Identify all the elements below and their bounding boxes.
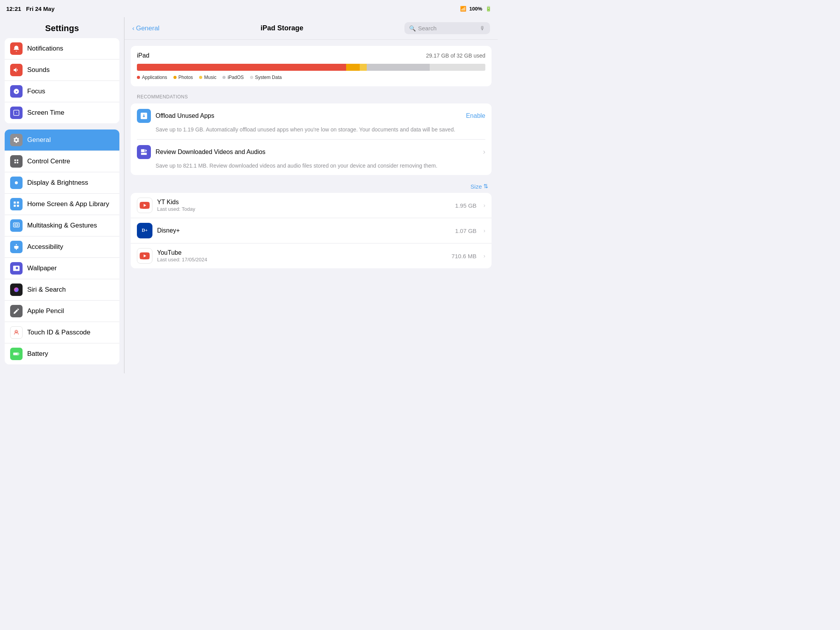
sidebar-item-notifications[interactable]: Notifications	[5, 38, 119, 60]
svg-rect-10	[14, 223, 19, 227]
battery-label: Battery	[27, 350, 48, 358]
sidebar-item-screentime[interactable]: Screen Time	[5, 102, 119, 123]
legend-photos-dot	[173, 76, 177, 79]
bar-music	[360, 64, 367, 71]
svg-rect-8	[14, 205, 16, 207]
youtube-icon	[137, 248, 152, 264]
videos-title: Review Downloaded Videos and Audios	[156, 149, 266, 156]
sidebar-item-accessibility[interactable]: Accessibility	[5, 236, 119, 258]
sidebar-item-applepencil[interactable]: Apple Pencil	[5, 301, 119, 322]
accessibility-label: Accessibility	[27, 243, 63, 251]
rec-videos-left: Review Downloaded Videos and Audios	[137, 145, 266, 159]
sidebar-item-touchid[interactable]: Touch ID & Passcode	[5, 322, 119, 343]
search-icon: 🔍	[409, 25, 416, 32]
ytkids-chevron: ›	[483, 202, 485, 208]
battery-icon: 🔋	[485, 6, 492, 12]
sidebar-item-multitasking[interactable]: Multitasking & Gestures	[5, 215, 119, 236]
rec-videos[interactable]: Review Downloaded Videos and Audios › Sa…	[131, 140, 492, 175]
status-right: 📶 100% 🔋	[460, 6, 492, 12]
screentime-label: Screen Time	[27, 109, 64, 117]
display-icon	[10, 177, 23, 189]
svg-rect-11	[15, 224, 18, 226]
youtube-lastused: Last used: 17/05/2024	[157, 257, 447, 262]
rec-offload-top: Offload Unused Apps Enable	[137, 109, 485, 123]
disney-name: Disney+	[157, 227, 450, 234]
sidebar-item-siri[interactable]: Siri & Search	[5, 279, 119, 301]
app-disney[interactable]: D+ Disney+ 1.07 GB ›	[131, 218, 492, 243]
sidebar-item-focus[interactable]: Focus	[5, 81, 119, 102]
legend-systemdata: System Data	[250, 75, 282, 80]
rec-offload[interactable]: Offload Unused Apps Enable Save up to 1.…	[131, 103, 492, 139]
storage-header: iPad 29.17 GB of 32 GB used	[137, 52, 485, 59]
offload-enable-button[interactable]: Enable	[466, 112, 485, 119]
homescreen-icon	[10, 198, 23, 210]
content-title: iPad Storage	[166, 24, 398, 32]
recommendations-card: Offload Unused Apps Enable Save up to 1.…	[131, 103, 492, 175]
rec-videos-right: ›	[483, 148, 485, 156]
applepencil-icon	[10, 305, 23, 317]
device-name: iPad	[137, 52, 149, 59]
legend-systemdata-dot	[250, 76, 253, 79]
sounds-icon	[10, 64, 23, 76]
display-label: Display & Brightness	[27, 179, 88, 187]
sidebar-section-2: General Control Centre Display & Brightn…	[5, 130, 119, 364]
sort-icon: ⇅	[483, 183, 488, 190]
storage-used-text: 29.17 GB of 32 GB used	[426, 52, 485, 59]
storage-legend: Applications Photos Music iPadOS System …	[137, 75, 485, 80]
back-button[interactable]: ‹ General	[132, 24, 159, 32]
sidebar-item-general[interactable]: General	[5, 130, 119, 151]
siri-label: Siri & Search	[27, 286, 66, 294]
svg-point-4	[17, 162, 19, 164]
sidebar-item-homescreen[interactable]: Home Screen & App Library	[5, 194, 119, 215]
battery-level: 100%	[469, 6, 482, 12]
ytkids-name: YT Kids	[157, 199, 450, 206]
ytkids-info: YT Kids Last used: Today	[157, 199, 450, 212]
sidebar-item-controlcentre[interactable]: Control Centre	[5, 151, 119, 172]
wifi-icon: 📶	[460, 6, 466, 12]
app-list-card: YT Kids Last used: Today 1.95 GB › D+ Di…	[131, 193, 492, 268]
app-ytkids[interactable]: YT Kids Last used: Today 1.95 GB ›	[131, 193, 492, 218]
legend-applications: Applications	[137, 75, 167, 80]
search-bar[interactable]: 🔍 Search 🎙	[404, 22, 490, 34]
controlcentre-icon	[10, 155, 23, 168]
sidebar-item-battery[interactable]: Battery	[5, 343, 119, 364]
svg-rect-9	[17, 205, 19, 207]
wallpaper-label: Wallpaper	[27, 264, 57, 272]
multitasking-icon	[10, 219, 23, 232]
svg-point-1	[14, 159, 16, 161]
general-icon	[10, 134, 23, 146]
sidebar-item-display[interactable]: Display & Brightness	[5, 172, 119, 194]
content-header: ‹ General iPad Storage 🔍 Search 🎙	[124, 17, 498, 40]
legend-music-dot	[199, 76, 202, 79]
sort-label: Size	[471, 183, 482, 190]
sidebar-section-1: Notifications Sounds Focus Screen Time	[5, 38, 119, 123]
applepencil-label: Apple Pencil	[27, 307, 64, 315]
legend-photos: Photos	[173, 75, 193, 80]
offload-title: Offload Unused Apps	[156, 112, 214, 119]
youtube-size: 710.6 MB	[452, 253, 476, 259]
disney-info: Disney+	[157, 227, 450, 234]
ytkids-icon	[137, 198, 152, 213]
notifications-label: Notifications	[27, 45, 63, 52]
notifications-icon	[10, 42, 23, 55]
sounds-label: Sounds	[27, 66, 50, 74]
screentime-icon	[10, 107, 23, 119]
legend-music: Music	[199, 75, 216, 80]
touchid-icon	[10, 326, 23, 339]
status-bar: 12:21 Fri 24 May 📶 100% 🔋	[0, 0, 498, 17]
accessibility-icon	[10, 241, 23, 253]
svg-point-3	[14, 162, 16, 164]
offload-description: Save up to 1.19 GB. Automatically offloa…	[137, 126, 485, 134]
offload-icon	[137, 109, 151, 123]
sort-size-button[interactable]: Size ⇅	[471, 183, 488, 190]
app-youtube[interactable]: YouTube Last used: 17/05/2024 710.6 MB ›	[131, 243, 492, 268]
youtube-info: YouTube Last used: 17/05/2024	[157, 249, 447, 262]
search-placeholder: Search	[418, 25, 478, 32]
sidebar-title: Settings	[0, 17, 124, 38]
sort-row: Size ⇅	[124, 180, 498, 191]
svg-text:D+: D+	[142, 228, 147, 233]
sidebar-item-wallpaper[interactable]: Wallpaper	[5, 258, 119, 279]
bar-systemdata	[430, 64, 485, 71]
sidebar-item-sounds[interactable]: Sounds	[5, 60, 119, 81]
homescreen-label: Home Screen & App Library	[27, 200, 109, 208]
